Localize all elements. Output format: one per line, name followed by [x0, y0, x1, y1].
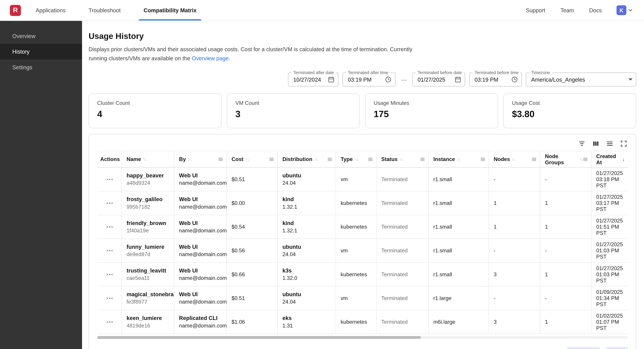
- horizontal-scrollbar-track[interactable]: [97, 336, 628, 339]
- distribution-version: 1.32.1: [282, 204, 332, 210]
- stat-card-usage-cost: Usage Cost $3.80: [503, 94, 636, 128]
- created-by-email-link[interactable]: name@domain.com: [179, 227, 226, 234]
- timezone-select[interactable]: Timezone America/Los_Angeles: [526, 72, 636, 87]
- column-header-nodes[interactable]: Nodes↑↓: [488, 151, 540, 167]
- sidebar-item-history[interactable]: History: [0, 44, 82, 59]
- column-header-distribution[interactable]: Distribution↑↓: [277, 151, 336, 167]
- calendar-icon[interactable]: [328, 76, 335, 83]
- nav-link-team[interactable]: Team: [560, 7, 574, 13]
- cell-cost: $1.06: [226, 310, 278, 334]
- page-description: Displays prior clusters/VMs and their as…: [88, 45, 417, 63]
- created-by-email-link[interactable]: name@domain.com: [179, 275, 226, 281]
- column-header-name[interactable]: Name↑↓: [121, 151, 174, 167]
- row-actions-button[interactable]: •••: [106, 272, 114, 278]
- dropdown-caret-icon: [628, 78, 632, 81]
- cell-cost: $0.51: [226, 286, 278, 310]
- sort-icon: ↑↓: [188, 157, 191, 162]
- nav-link-docs[interactable]: Docs: [589, 7, 602, 13]
- nav-right: Support Team Docs K: [511, 5, 634, 15]
- created-by-email-link[interactable]: name@domain.com: [179, 204, 226, 210]
- stat-value: 3: [236, 109, 351, 120]
- row-actions-button[interactable]: •••: [106, 200, 114, 206]
- cell-nodes: -: [488, 286, 540, 310]
- column-header-node-groups[interactable]: Node Groups↑↓: [540, 151, 591, 167]
- column-menu-icon[interactable]: [420, 157, 425, 162]
- filter-icon[interactable]: [578, 140, 586, 147]
- column-header-instance[interactable]: Instance↑↓: [428, 151, 489, 167]
- density-icon[interactable]: [606, 140, 613, 147]
- terminated-before-date-input[interactable]: Terminated before date 01/27/2025: [412, 72, 465, 87]
- stat-label: Cluster Count: [97, 100, 213, 106]
- sidebar-item-overview[interactable]: Overview: [0, 28, 82, 44]
- column-label: Type: [341, 156, 353, 162]
- next-page-button[interactable]: Next: [606, 347, 628, 349]
- nav-tab-applications[interactable]: Applications: [35, 0, 66, 20]
- column-menu-icon[interactable]: [531, 157, 536, 162]
- cell-node-groups: -: [540, 286, 591, 310]
- app-logo[interactable]: R: [10, 5, 21, 16]
- cell-name: happy_beaver a48d9324: [121, 167, 174, 191]
- column-menu-icon[interactable]: [368, 157, 373, 162]
- distribution-version: 24.04: [282, 180, 332, 186]
- cell-by: Web UI name@domain.com: [174, 239, 226, 262]
- column-label: Instance: [434, 156, 455, 162]
- fullscreen-icon[interactable]: [620, 140, 627, 147]
- cell-status: Terminated: [376, 263, 428, 286]
- column-header-type[interactable]: Type↑↓: [336, 151, 376, 167]
- created-by-email-link[interactable]: name@domain.com: [179, 323, 226, 329]
- cell-instance: r1.large: [428, 286, 489, 310]
- avatar[interactable]: K: [616, 5, 626, 15]
- nav-tab-compatibility-matrix[interactable]: Compatibility Matrix: [143, 0, 197, 20]
- cell-status: Terminated: [376, 167, 428, 191]
- terminated-before-time-input[interactable]: Terminated before time 03:19 PM: [469, 72, 522, 87]
- main-content: Usage History Displays prior clusters/VM…: [82, 21, 644, 349]
- stat-value: $3.80: [512, 109, 628, 120]
- cell-actions: •••: [97, 286, 122, 310]
- calendar-icon[interactable]: [454, 76, 462, 83]
- stat-label: Usage Minutes: [374, 100, 489, 106]
- nav-link-support[interactable]: Support: [526, 7, 546, 13]
- cell-distribution: k3s 1.32.0: [277, 263, 336, 286]
- sort-icon: ↑↓: [400, 157, 403, 162]
- column-header-created-at[interactable]: Created At↓: [591, 151, 628, 167]
- chevron-down-icon[interactable]: [628, 7, 634, 13]
- created-by: Web UI: [179, 196, 223, 203]
- previous-page-button[interactable]: Previous: [567, 347, 600, 349]
- created-by: Web UI: [179, 244, 223, 250]
- horizontal-scrollbar-thumb[interactable]: [97, 336, 421, 339]
- user-menu[interactable]: K: [616, 5, 633, 15]
- usage-table: Actions Name↑↓ By↑↓ Cost↑↓ Distribution↑…: [97, 151, 628, 334]
- column-menu-icon[interactable]: [583, 157, 588, 162]
- row-actions-button[interactable]: •••: [106, 248, 114, 254]
- created-by-email-link[interactable]: name@domain.com: [179, 251, 226, 258]
- overview-page-link[interactable]: Overview page: [192, 55, 229, 61]
- row-actions-button[interactable]: •••: [106, 224, 114, 230]
- distribution-version: 1.31: [282, 323, 332, 329]
- created-by-email-link[interactable]: name@domain.com: [179, 299, 226, 305]
- column-menu-icon[interactable]: [480, 157, 485, 162]
- column-header-cost[interactable]: Cost↑↓: [226, 151, 278, 167]
- terminated-before-time-value: 03:19 PM: [475, 76, 498, 83]
- cluster-id: 995b7182: [126, 204, 170, 210]
- row-actions-button[interactable]: •••: [106, 296, 114, 301]
- columns-icon[interactable]: [592, 140, 600, 147]
- column-label: By: [179, 156, 186, 162]
- clock-icon[interactable]: [511, 76, 518, 83]
- column-menu-icon[interactable]: [218, 157, 223, 162]
- distribution-version: 1.32.1: [282, 227, 332, 234]
- column-menu-icon[interactable]: [327, 157, 332, 162]
- terminated-after-time-input[interactable]: Terminated after time 03:19 PM: [342, 72, 396, 87]
- column-header-by[interactable]: By↑↓: [174, 151, 226, 167]
- column-menu-icon[interactable]: [269, 157, 274, 162]
- created-by-email-link[interactable]: name@domain.com: [179, 180, 226, 186]
- nav-tab-troubleshoot[interactable]: Troubleshoot: [88, 0, 122, 20]
- row-actions-button[interactable]: •••: [106, 177, 114, 183]
- table-footer: Page [1] of 1 Previous Next: [97, 347, 628, 349]
- cell-by: Web UI name@domain.com: [174, 215, 226, 239]
- clock-icon[interactable]: [385, 76, 392, 83]
- status-badge: Terminated: [381, 176, 408, 182]
- sidebar-item-settings[interactable]: Settings: [0, 59, 82, 75]
- terminated-after-date-input[interactable]: Terminated after date 10/27/2024: [288, 72, 338, 87]
- column-header-status[interactable]: Status↑↓: [376, 151, 428, 167]
- row-actions-button[interactable]: •••: [106, 319, 114, 325]
